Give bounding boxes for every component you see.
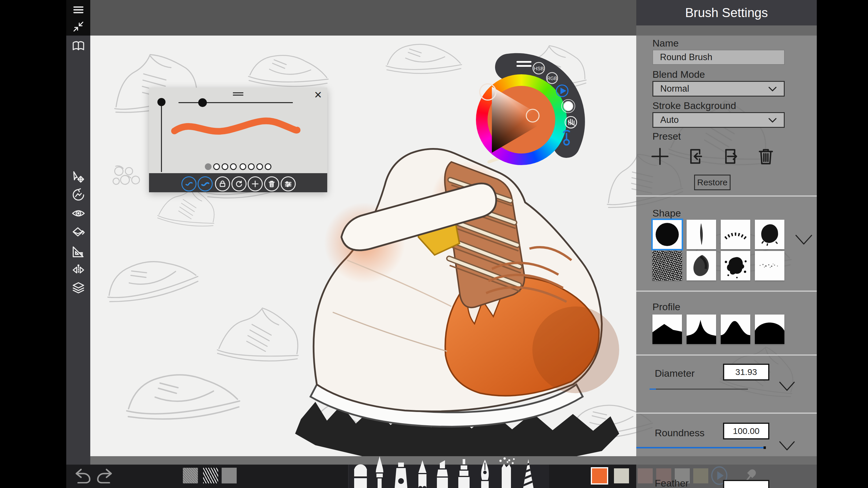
stroke-background-value: Auto bbox=[660, 115, 679, 125]
active-color-swatch[interactable] bbox=[591, 467, 608, 485]
grain-texture[interactable] bbox=[222, 468, 237, 483]
sliders-icon[interactable] bbox=[281, 176, 296, 191]
size-opacity-sliders[interactable] bbox=[149, 88, 327, 173]
shape-tile-dash-arc[interactable] bbox=[721, 220, 750, 249]
chevron-down-icon bbox=[768, 115, 777, 125]
profile-tile-peak[interactable] bbox=[652, 315, 682, 344]
collapse-icon[interactable] bbox=[71, 20, 85, 34]
shape-label: Shape bbox=[652, 207, 681, 219]
add-preset-icon[interactable] bbox=[650, 147, 670, 167]
secondary-color-swatch[interactable] bbox=[614, 468, 629, 483]
panel-header: Brush Settings bbox=[636, 0, 817, 26]
lock-icon[interactable] bbox=[215, 176, 230, 191]
app-window: HSB RGB bbox=[0, 0, 868, 488]
rgb-button-text: RGB bbox=[547, 76, 557, 81]
diameter-slider[interactable] bbox=[650, 389, 748, 390]
undo-icon[interactable] bbox=[72, 468, 91, 485]
diameter-value-box[interactable]: 31.93 bbox=[723, 364, 769, 381]
roundness-label: Roundness bbox=[655, 427, 705, 438]
export-preset-icon[interactable] bbox=[721, 148, 739, 166]
eye-icon[interactable] bbox=[71, 206, 85, 220]
profile-label: Profile bbox=[652, 301, 680, 313]
marker-tool bbox=[437, 460, 448, 488]
shape-expand-chevron[interactable] bbox=[795, 234, 813, 247]
transform-icon[interactable] bbox=[71, 188, 85, 202]
pencil-tool bbox=[418, 460, 427, 488]
crayon-spray-tool bbox=[499, 457, 515, 488]
feather-label: Feather bbox=[655, 478, 689, 488]
page-dots[interactable] bbox=[149, 163, 327, 171]
brush-name-value: Round Brush bbox=[660, 52, 712, 62]
stroke-background-select[interactable]: Auto bbox=[652, 112, 785, 128]
trash-icon[interactable] bbox=[264, 176, 279, 191]
menu-icon[interactable] bbox=[71, 3, 85, 17]
shape-tile-sliver[interactable] bbox=[687, 220, 716, 249]
shape-tile-rough-blot[interactable] bbox=[755, 220, 784, 249]
rotate-icon[interactable] bbox=[231, 176, 247, 191]
shape-tile-noise[interactable] bbox=[652, 251, 682, 281]
color-puck: HSB RGB bbox=[476, 62, 577, 165]
divider bbox=[636, 413, 817, 414]
eraser-tool bbox=[354, 464, 367, 488]
blend-mode-value: Normal bbox=[660, 84, 689, 94]
add-icon[interactable] bbox=[248, 176, 263, 191]
panel-title: Brush Settings bbox=[685, 5, 768, 20]
blend-mode-select[interactable]: Normal bbox=[652, 81, 785, 97]
brush-name-input[interactable]: Round Brush bbox=[652, 50, 785, 65]
stroke-smooth-icon[interactable] bbox=[181, 176, 196, 191]
striped-cone-tool bbox=[522, 459, 536, 488]
layers-icon[interactable] bbox=[71, 281, 85, 295]
hero-sneaker bbox=[295, 149, 619, 462]
name-label: Name bbox=[652, 38, 679, 49]
paintbrush-tool bbox=[376, 456, 383, 488]
shape-tile-solid-round[interactable] bbox=[652, 220, 682, 249]
import-preset-icon[interactable] bbox=[686, 148, 704, 166]
brush-tray-tools[interactable] bbox=[352, 456, 549, 488]
profile-tile-cusp[interactable] bbox=[687, 315, 716, 344]
shape-tile-charcoal[interactable] bbox=[687, 251, 716, 281]
delete-preset-icon[interactable] bbox=[757, 148, 775, 166]
profile-tile-gaussian[interactable] bbox=[721, 315, 750, 344]
divider bbox=[636, 354, 817, 356]
diameter-expand-chevron[interactable] bbox=[779, 381, 795, 393]
stroke-background-label: Stroke Background bbox=[652, 100, 736, 111]
ruler-icon[interactable] bbox=[71, 245, 85, 258]
restore-button[interactable]: Restore bbox=[694, 174, 731, 190]
diameter-label: Diameter bbox=[655, 368, 695, 379]
symmetry-icon[interactable] bbox=[71, 263, 85, 277]
stroke-preview bbox=[175, 121, 297, 131]
hsb-button-text: HSB bbox=[534, 66, 544, 71]
redo-icon[interactable] bbox=[97, 468, 115, 485]
divider bbox=[636, 195, 817, 197]
white-color-well bbox=[563, 101, 573, 111]
brush-settings-panel: Brush Settings Name Round Brush Blend Mo… bbox=[636, 0, 817, 488]
airbrush-bottle-tool bbox=[395, 462, 407, 488]
divider bbox=[636, 291, 817, 292]
fill-icon[interactable] bbox=[71, 226, 85, 239]
roundness-value-box[interactable]: 100.00 bbox=[723, 423, 769, 440]
roundness-slider[interactable] bbox=[636, 447, 766, 448]
fountain-pen-tool bbox=[481, 460, 489, 488]
move-icon[interactable] bbox=[71, 170, 85, 184]
flipbook-icon[interactable] bbox=[71, 39, 85, 53]
shape-tile-splatter[interactable] bbox=[721, 251, 750, 281]
weave-texture[interactable] bbox=[203, 468, 218, 483]
shape-tile-spray[interactable] bbox=[755, 251, 784, 281]
chevron-down-icon bbox=[768, 84, 777, 94]
profile-tile-dome[interactable] bbox=[755, 315, 784, 344]
noise-texture[interactable] bbox=[183, 468, 198, 483]
brush-preview-panel[interactable]: ✕ bbox=[149, 88, 327, 192]
feather-value-box[interactable] bbox=[723, 480, 769, 488]
stroke-taper-icon[interactable] bbox=[197, 176, 213, 191]
roundness-expand-chevron[interactable] bbox=[779, 441, 795, 452]
technical-pen-tool bbox=[458, 459, 470, 488]
preset-label: Preset bbox=[652, 131, 681, 142]
blend-mode-label: Blend Mode bbox=[652, 69, 705, 80]
